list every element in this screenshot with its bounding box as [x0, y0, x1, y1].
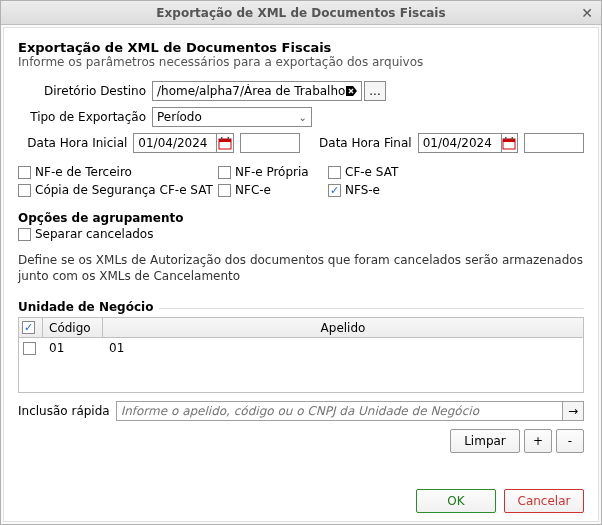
unit-table: Código Apelido 01 01	[18, 317, 584, 393]
copia-cfe-label: Cópia de Segurança CF-e SAT	[35, 183, 213, 197]
doc-type-checks: NF-e de Terceiro NF-e Própria CF-e SAT C…	[18, 165, 584, 201]
end-time-input[interactable]	[524, 133, 584, 153]
page-subtitle: Informe os parâmetros necessários para a…	[18, 55, 584, 69]
svg-rect-2	[221, 137, 223, 140]
start-date-label: Data Hora Inicial	[18, 136, 127, 150]
nfse-label: NFS-e	[345, 183, 380, 197]
table-body: 01 01	[19, 338, 583, 392]
nfce-checkbox[interactable]	[218, 184, 231, 197]
nfe-propria-checkbox[interactable]	[218, 166, 231, 179]
close-icon[interactable]: ✕	[579, 5, 595, 21]
content-area: Exportação de XML de Documentos Fiscais …	[3, 27, 599, 522]
dialog-footer: OK Cancelar	[18, 479, 584, 513]
window-title: Exportação de XML de Documentos Fiscais	[156, 6, 445, 20]
add-button[interactable]: +	[524, 429, 552, 453]
svg-rect-6	[505, 137, 507, 140]
browse-button[interactable]: ...	[364, 81, 386, 101]
table-header: Código Apelido	[19, 318, 583, 338]
select-all-checkbox[interactable]	[22, 321, 35, 334]
table-row[interactable]: 01 01	[19, 338, 583, 358]
end-calendar-button[interactable]	[501, 133, 518, 153]
start-time-input[interactable]	[240, 133, 300, 153]
separar-cancelados-checkbox[interactable]	[18, 228, 31, 241]
unit-fieldset: Unidade de Negócio Código Apelido 01 01 …	[18, 308, 584, 453]
row-checkbox[interactable]	[23, 342, 36, 355]
type-select[interactable]: Período ⌄	[152, 107, 312, 127]
unit-title: Unidade de Negócio	[18, 300, 159, 314]
row-apelido: 01	[103, 341, 583, 355]
start-calendar-button[interactable]	[216, 133, 233, 153]
type-value: Período	[157, 110, 202, 124]
svg-rect-5	[503, 139, 515, 142]
calendar-icon	[218, 136, 232, 150]
page-title: Exportação de XML de Documentos Fiscais	[18, 40, 584, 55]
row-code: 01	[43, 341, 103, 355]
dir-label: Diretório Destino	[18, 84, 146, 98]
separar-cancelados-label: Separar cancelados	[35, 227, 153, 241]
nfe-propria-label: NF-e Própria	[235, 165, 309, 179]
quick-label: Inclusão rápida	[18, 404, 110, 418]
chevron-down-icon: ⌄	[299, 112, 307, 123]
th-apelido[interactable]: Apelido	[103, 318, 583, 337]
dir-input[interactable]	[152, 81, 362, 101]
group-description: Define se os XMLs de Autorização dos doc…	[18, 253, 584, 284]
start-date-input[interactable]	[133, 133, 217, 153]
ok-button[interactable]: OK	[416, 489, 496, 513]
nfse-checkbox[interactable]	[328, 184, 341, 197]
cfe-sat-checkbox[interactable]	[328, 166, 341, 179]
th-code[interactable]: Código	[43, 318, 103, 337]
nfe-terceiro-checkbox[interactable]	[18, 166, 31, 179]
calendar-icon	[502, 136, 516, 150]
clear-icon[interactable]	[343, 83, 359, 99]
limpar-button[interactable]: Limpar	[450, 429, 520, 453]
titlebar: Exportação de XML de Documentos Fiscais …	[1, 1, 601, 25]
svg-rect-1	[219, 139, 231, 142]
group-title: Opções de agrupamento	[18, 211, 584, 225]
arrow-right-icon: →	[568, 404, 578, 418]
nfce-label: NFC-e	[235, 183, 271, 197]
quick-go-button[interactable]: →	[562, 401, 584, 421]
end-date-label: Data Hora Final	[318, 136, 412, 150]
cfe-sat-label: CF-e SAT	[345, 165, 398, 179]
remove-button[interactable]: -	[556, 429, 584, 453]
end-date-input[interactable]	[418, 133, 502, 153]
dialog-window: Exportação de XML de Documentos Fiscais …	[0, 0, 602, 525]
svg-rect-3	[228, 137, 230, 140]
copia-cfe-checkbox[interactable]	[18, 184, 31, 197]
cancel-button[interactable]: Cancelar	[504, 489, 584, 513]
type-label: Tipo de Exportação	[18, 110, 146, 124]
svg-rect-7	[512, 137, 514, 140]
quick-include-input[interactable]	[116, 401, 563, 421]
nfe-terceiro-label: NF-e de Terceiro	[35, 165, 132, 179]
